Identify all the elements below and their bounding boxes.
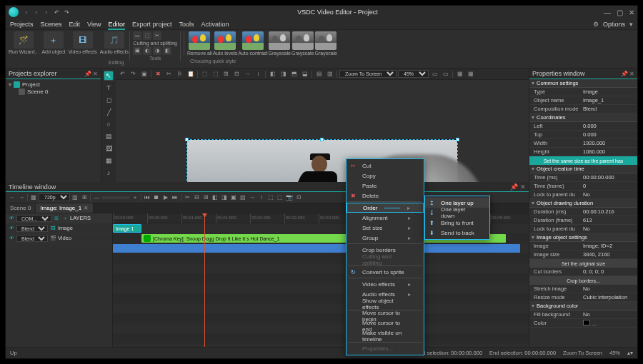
ctx-cut[interactable]: ✂Cut (347, 161, 424, 171)
prop-row[interactable]: Stretch imageNo (529, 285, 637, 293)
eye-icon[interactable]: 👁 (8, 215, 15, 222)
track-row[interactable]: 👁 Blend 🎬 Video (6, 233, 112, 243)
tool-video-icon[interactable]: ▦ (104, 156, 114, 166)
maximize-button[interactable]: ▢ (617, 9, 623, 16)
ribbon-add-object[interactable]: ＋Add object (41, 31, 65, 54)
prop-row[interactable]: Width1920.000 (529, 139, 637, 148)
close-button[interactable]: ✕ (629, 9, 634, 16)
tl-btn[interactable]: ⊡ (294, 193, 303, 202)
tool-icon[interactable]: ◧ (163, 46, 171, 55)
sub-bring-front[interactable]: ⬆Bring to front (425, 218, 489, 228)
cv-btn[interactable]: ▭ (441, 70, 450, 79)
tl-btn[interactable]: ← (8, 193, 16, 202)
tl-btn[interactable]: ⬚ (276, 193, 284, 202)
cv-btn[interactable]: ▦ (466, 70, 475, 79)
zoom-pct-select[interactable]: 45% (398, 70, 429, 78)
tool-text-icon[interactable]: T (104, 83, 114, 93)
ctx-visible-timeline[interactable]: Make visible on timeline (347, 331, 424, 341)
prop-action-button[interactable]: Set the original size (529, 259, 637, 268)
zoom-step-icon[interactable]: ▴▾ (627, 350, 633, 356)
menu-view[interactable]: View (87, 21, 101, 28)
tool-icon[interactable]: ◐ (143, 46, 151, 55)
next-frame-icon[interactable]: ⏭ (171, 193, 179, 202)
tool-icon[interactable]: ▣ (133, 46, 141, 55)
tl-btn[interactable]: 📷 (285, 193, 294, 202)
prop-row[interactable]: Top0.000 (529, 131, 637, 139)
menu-tools[interactable]: Tools (179, 21, 194, 28)
stop-icon[interactable]: ⏹ (152, 193, 161, 202)
sub-send-back[interactable]: ⬇Send to back (425, 228, 489, 238)
redo-icon[interactable]: ↷ (63, 9, 70, 16)
cut-icon[interactable]: ✂ (164, 70, 174, 79)
cv-btn[interactable]: ⬒ (289, 70, 299, 79)
new-icon[interactable]: ▫ (23, 9, 30, 16)
prop-row[interactable]: Fill backgroundNo (529, 310, 637, 319)
tool-shape-icon[interactable]: ◻ (104, 95, 114, 105)
cv-btn[interactable]: ◨ (279, 70, 288, 79)
prop-row[interactable]: Resize modeCubic interpolation (529, 293, 637, 302)
ctx-setsize[interactable]: Set size▸ (347, 223, 424, 233)
pin-icon[interactable]: 📌 ✕ (84, 71, 98, 77)
playhead[interactable] (204, 213, 205, 351)
style-thumb[interactable] (292, 31, 314, 50)
ctx-convert-sprite[interactable]: ↻Convert to sprite (347, 267, 424, 277)
clip-image[interactable]: Image 1 (113, 224, 141, 233)
timeline-tab-image[interactable]: Image: Image_1✕ (36, 203, 94, 213)
prop-row[interactable]: Time (frame)0 (529, 182, 637, 191)
ctx-order[interactable]: Order▸ (347, 203, 424, 213)
ctx-copy[interactable]: Copy (347, 171, 424, 181)
options-label[interactable]: Options (603, 21, 625, 28)
tool-image-icon[interactable]: 🖼 (104, 143, 114, 153)
tool-icon[interactable]: ◑ (153, 46, 161, 55)
tl-btn[interactable]: ▦ (29, 193, 38, 202)
prop-row[interactable]: Composition modeBlend (529, 105, 637, 113)
sub-one-layer-down[interactable]: ↧One layer down (425, 208, 489, 218)
prop-row[interactable]: Color ... (529, 319, 637, 328)
ribbon-audio-effects[interactable]: 🎵Audio effects (100, 31, 129, 54)
cv-btn[interactable]: ↷ (129, 70, 138, 79)
tool-icon[interactable]: ▭ (133, 31, 141, 40)
cv-btn[interactable]: ↔ (243, 70, 252, 79)
tool-cursor-icon[interactable]: ↖ (104, 71, 114, 81)
cv-btn[interactable]: ▥ (325, 70, 334, 79)
prop-action-button[interactable]: Crop borders... (529, 276, 637, 285)
prop-row[interactable]: ImageImage; ID=2 (529, 242, 637, 251)
prop-section-header[interactable]: ▾Object creation time (529, 165, 637, 173)
prev-frame-icon[interactable]: ⏮ (143, 193, 151, 202)
layers-icon[interactable]: ⊞ (53, 215, 60, 222)
prop-row[interactable]: Lock to parent duNo (529, 191, 637, 199)
menu-activation[interactable]: Activation (201, 21, 229, 28)
zoom-slider[interactable] (101, 196, 130, 199)
ctx-alignment[interactable]: Alignment▸ (347, 213, 424, 223)
tl-btn[interactable]: ⬚ (266, 193, 275, 202)
add-icon[interactable]: ＋ (61, 215, 69, 222)
prop-row[interactable]: Cut borders0; 0; 0; 0 (529, 268, 637, 276)
gear-icon[interactable]: ⚙ (593, 21, 599, 28)
style-thumb[interactable] (214, 31, 236, 50)
prop-section-header[interactable]: ▾Image object settings (529, 233, 637, 242)
cv-btn[interactable]: ⬚ (200, 70, 209, 79)
tool-line-icon[interactable]: ╱ (104, 107, 114, 117)
blend-select[interactable]: Blend (16, 235, 48, 242)
prop-section-header[interactable]: ▾Object drawing duration (529, 199, 637, 208)
tl-btn[interactable]: ◨ (220, 193, 229, 202)
ctx-video-effects[interactable]: Video effects▸ (347, 279, 424, 289)
menu-editor[interactable]: Editor (108, 21, 125, 28)
style-thumb[interactable] (269, 31, 290, 50)
cv-btn[interactable]: ▤ (314, 70, 324, 79)
zoom-mode-select[interactable]: Zoom To Screen (339, 70, 397, 78)
cv-btn[interactable]: ↶ (118, 70, 127, 79)
menu-export[interactable]: Export project (132, 21, 172, 28)
tree-project[interactable]: ▾Project (9, 81, 98, 88)
undo-icon[interactable]: ↶ (53, 9, 60, 16)
copy-icon[interactable]: ⎘ (175, 70, 184, 79)
menu-projects[interactable]: Projects (10, 21, 34, 28)
close-icon[interactable]: ✕ (84, 205, 89, 211)
prop-row[interactable]: TypeImage (529, 88, 637, 96)
prop-row[interactable]: Object nameImage_1 (529, 96, 637, 105)
tl-btn[interactable]: ＋ (131, 193, 139, 202)
paste-icon[interactable]: 📋 (186, 70, 195, 79)
prop-row[interactable]: Lock to parent duNo (529, 225, 637, 233)
tl-btn[interactable]: → (17, 193, 26, 202)
prop-action-button[interactable]: Set the same size as the parent has (529, 156, 637, 165)
